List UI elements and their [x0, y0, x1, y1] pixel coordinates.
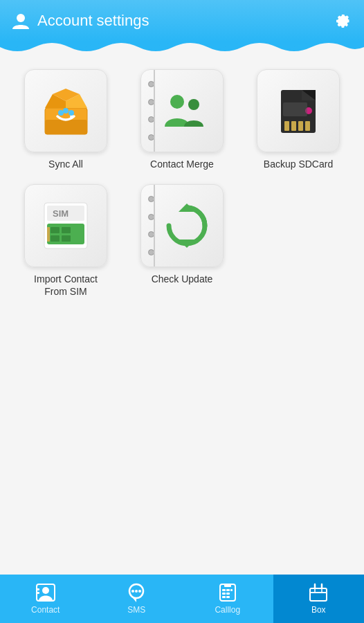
nav-item-box[interactable]: Box — [273, 575, 365, 623]
svg-rect-13 — [298, 121, 303, 131]
svg-rect-2 — [45, 120, 87, 134]
svg-point-34 — [135, 590, 138, 593]
grid-item-sync-all[interactable]: Sync All — [11, 69, 120, 170]
svg-rect-25 — [47, 227, 50, 242]
sms-nav-label: SMS — [127, 605, 145, 615]
grid-item-backup-sdcard[interactable]: Backup SDCard — [244, 69, 353, 170]
contact-merge-label: Contact Merge — [150, 158, 214, 170]
bottom-navigation: Contact SMS Calllog — [0, 575, 364, 623]
svg-rect-41 — [222, 593, 226, 595]
backup-sdcard-icon — [271, 83, 326, 138]
check-update-icon — [163, 202, 210, 249]
svg-text:SIM: SIM — [53, 208, 69, 219]
grid-item-contact-merge[interactable]: Contact Merge — [127, 69, 237, 170]
feature-grid: Sync All Co — [11, 69, 353, 298]
svg-point-29 — [42, 587, 49, 594]
user-icon — [11, 11, 30, 30]
svg-rect-31 — [37, 592, 39, 594]
header-left: Account settings — [11, 11, 149, 30]
grid-item-check-update[interactable]: Check Update — [127, 184, 237, 298]
svg-point-5 — [69, 110, 74, 116]
svg-point-4 — [63, 108, 69, 114]
svg-rect-21 — [51, 227, 60, 233]
svg-point-3 — [58, 110, 64, 116]
svg-point-35 — [138, 590, 141, 593]
import-sim-label: Import Contact From SIM — [24, 273, 107, 298]
svg-rect-38 — [222, 589, 226, 591]
sms-nav-icon — [126, 583, 147, 602]
nav-item-sms[interactable]: SMS — [91, 575, 183, 623]
contact-nav-icon — [35, 583, 56, 602]
svg-rect-24 — [62, 235, 71, 242]
svg-rect-45 — [310, 588, 327, 601]
contact-nav-label: Contact — [31, 605, 60, 615]
svg-rect-12 — [291, 121, 296, 131]
backup-sdcard-label: Backup SDCard — [264, 158, 333, 170]
sync-all-icon — [37, 82, 95, 141]
contact-merge-icon — [162, 87, 210, 135]
backup-sdcard-icon-box — [257, 69, 340, 152]
svg-rect-11 — [284, 121, 289, 131]
nav-item-contact[interactable]: Contact — [0, 575, 91, 623]
sync-all-icon-box — [24, 69, 107, 152]
app-header: Account settings — [0, 0, 364, 42]
svg-rect-44 — [226, 596, 230, 598]
svg-rect-16 — [283, 102, 307, 116]
wave-decoration — [0, 42, 364, 55]
svg-point-0 — [17, 14, 25, 22]
svg-point-6 — [170, 95, 184, 109]
svg-rect-39 — [226, 589, 230, 591]
check-update-icon-box — [140, 184, 224, 267]
svg-rect-23 — [51, 235, 60, 242]
svg-point-7 — [188, 99, 199, 110]
grid-item-import-sim[interactable]: SIM Import Contact From SIM — [11, 184, 120, 298]
import-sim-icon-box: SIM — [24, 184, 107, 267]
header-title: Account settings — [37, 12, 149, 30]
box-nav-label: Box — [311, 605, 326, 615]
calllog-nav-label: Calllog — [215, 605, 240, 615]
box-nav-icon — [308, 583, 329, 602]
svg-rect-22 — [62, 227, 71, 233]
svg-rect-30 — [37, 588, 39, 590]
svg-rect-40 — [230, 589, 233, 591]
main-content: Sync All Co — [0, 55, 364, 326]
import-sim-icon: SIM — [37, 197, 94, 254]
check-update-label: Check Update — [152, 273, 213, 285]
calllog-nav-icon — [217, 583, 238, 602]
svg-rect-42 — [226, 593, 230, 595]
svg-point-33 — [131, 590, 134, 593]
svg-rect-43 — [222, 596, 226, 598]
sync-all-label: Sync All — [48, 158, 83, 170]
contact-merge-icon-box — [140, 69, 224, 152]
svg-rect-37 — [224, 584, 231, 587]
nav-item-calllog[interactable]: Calllog — [182, 575, 273, 623]
svg-rect-14 — [305, 121, 310, 131]
gear-icon[interactable] — [332, 10, 353, 31]
